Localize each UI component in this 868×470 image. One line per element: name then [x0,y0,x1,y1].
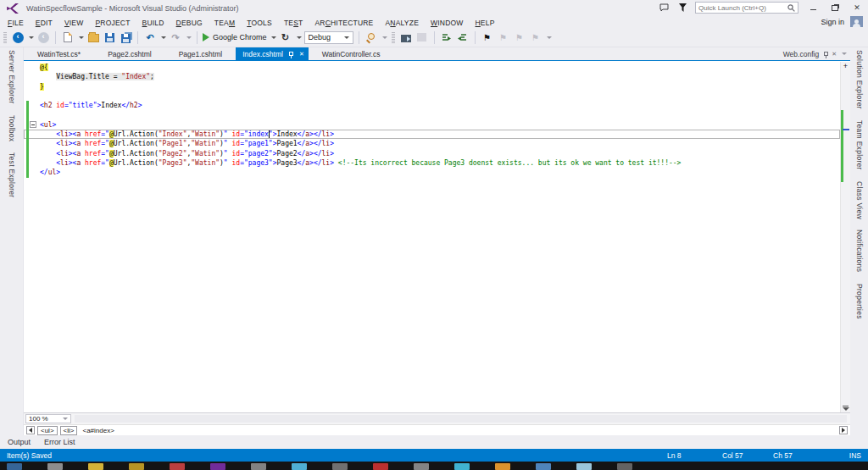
taskbar-app-icon[interactable] [373,463,388,470]
scrollbar-options-icon[interactable] [843,406,849,411]
new-file-button[interactable] [61,30,75,45]
tool-tab-notifications[interactable]: Notifications [855,229,864,272]
split-editor-icon[interactable] [841,62,850,70]
browser-refresh-button[interactable]: ↻ [279,30,292,45]
tool-tab-class-view[interactable]: Class View [855,181,864,219]
taskbar-app-icon[interactable] [414,463,429,470]
minimize-button[interactable] [805,2,821,14]
windows-taskbar[interactable] [0,462,868,470]
menu-item-analyze[interactable]: ANALYZE [379,19,425,27]
bookmark-previous-button[interactable]: ⚑ [497,30,510,45]
uncomment-button[interactable] [456,30,470,45]
menu-item-project[interactable]: PROJECT [89,19,136,27]
pin-icon[interactable] [287,50,295,58]
taskbar-app-icon[interactable] [129,463,144,470]
toolbar-overflow-icon[interactable] [547,36,552,39]
toolbar-grip[interactable] [3,31,7,43]
close-icon[interactable]: ✕ [832,50,837,58]
navigate-forward-button[interactable] [36,30,50,45]
code-line-11[interactable]: <li><a href="@Url.Action("Page3","Watin"… [24,158,840,168]
taskbar-app-icon[interactable] [170,463,185,470]
navigate-backward-caret-icon[interactable] [29,36,34,39]
tool-tab-solution-explorer[interactable]: Solution Explorer [855,50,864,109]
taskbar-app-icon[interactable] [454,463,470,470]
close-button[interactable] [849,2,865,14]
vertical-scrollbar[interactable] [840,62,850,412]
menu-item-test[interactable]: TEST [278,19,309,27]
user-avatar[interactable] [850,16,863,27]
breadcrumb-chip[interactable]: <li> [60,426,78,435]
start-debug-button[interactable]: Google Chrome [203,30,276,45]
code-editor[interactable]: @{ ViewBag.Title = "Index";}<h2 id="titl… [24,60,850,412]
tab-index[interactable]: Index.cshtml✕ [236,47,309,60]
code-line-1[interactable]: @{ [24,63,840,72]
new-file-caret-icon[interactable] [79,36,84,39]
pin-icon[interactable] [824,52,828,56]
taskbar-app-icon[interactable] [251,463,266,470]
tab-webconfig[interactable]: Web.config [782,50,821,58]
tool-tab-properties[interactable]: Properties [855,284,864,319]
pending-changes-button[interactable] [415,30,429,45]
quick-launch-box[interactable] [695,2,798,14]
tag-navigator-right-icon[interactable] [839,426,848,434]
tool-tab-toolbox[interactable]: Toolbox [8,115,16,141]
configuration-dropdown[interactable]: Debug [304,31,353,44]
code-line-4[interactable] [24,91,840,101]
notifications-flag-icon[interactable] [676,3,688,13]
bookmark-clear-button[interactable]: ⚑ [529,30,542,45]
run-target-label[interactable]: Google Chrome [213,33,267,41]
refresh-caret-icon[interactable] [297,36,302,39]
code-line-6[interactable] [24,110,840,119]
toolbar-overflow-icon[interactable] [382,36,387,39]
menu-item-architecture[interactable]: ARCHITECTURE [309,19,379,27]
quick-launch-input[interactable] [698,4,787,12]
open-file-button[interactable] [86,30,100,45]
zoom-level-dropdown[interactable]: 100 % [25,414,71,423]
menu-item-tools[interactable]: TOOLS [241,19,278,27]
taskbar-app-icon[interactable] [88,463,103,470]
undo-caret-icon[interactable] [161,36,166,39]
tab-watintest[interactable]: WatinTest.cs* [24,47,94,60]
tool-tab-test-explorer[interactable]: Test Explorer [8,152,16,198]
undo-button[interactable]: ↶ [143,30,157,45]
code-line-9[interactable]: <li><a href="@Url.Action("Page1","Watin"… [24,139,840,148]
code-line-8[interactable]: <li><a href="@Url.Action("Index","Watin"… [24,130,840,139]
collapse-region-icon[interactable] [30,121,36,128]
taskbar-app-icon[interactable] [576,463,592,470]
navigate-to-button[interactable] [399,30,413,45]
toolbar-grip[interactable] [392,31,395,43]
taskbar-app-icon[interactable] [332,463,348,470]
menu-item-edit[interactable]: EDIT [30,19,58,27]
tag-navigator-left-icon[interactable] [26,426,35,434]
menu-item-file[interactable]: FILE [2,19,30,27]
panel-tab-error-list[interactable]: Error List [44,438,75,446]
taskbar-app-icon[interactable] [536,463,551,470]
taskbar-app-icon[interactable] [7,463,22,470]
redo-caret-icon[interactable] [186,36,192,39]
navigate-backward-button[interactable] [11,30,25,45]
code-line-5[interactable]: <h2 id="title">Index</h2> [24,101,840,110]
breadcrumb-current[interactable]: <a#index> [82,427,114,434]
tab-page1[interactable]: Page1.cshtml [165,47,236,60]
horizontal-scrollbar[interactable] [75,415,847,423]
code-line-3[interactable]: } [24,82,840,91]
taskbar-app-icon[interactable] [292,463,307,470]
bookmark-toggle-button[interactable]: ⚑ [481,30,494,45]
taskbar-app-icon[interactable] [495,463,510,470]
find-in-files-button[interactable] [364,30,378,45]
menu-item-window[interactable]: WINDOW [425,19,470,27]
code-line-7[interactable]: <ul> [24,120,840,130]
taskbar-app-icon[interactable] [47,463,63,470]
run-target-caret-icon[interactable] [271,36,276,39]
bookmark-next-button[interactable]: ⚑ [513,30,526,45]
feedback-icon[interactable] [658,3,670,13]
redo-button[interactable]: ↷ [169,30,182,45]
tool-tab-server-explorer[interactable]: Server Explorer [8,50,16,104]
menu-item-view[interactable]: VIEW [58,19,90,27]
taskbar-app-icon[interactable] [617,463,632,470]
tool-tab-team-explorer[interactable]: Team Explorer [855,120,864,170]
save-all-button[interactable] [119,30,132,45]
code-line-12[interactable]: </ul> [24,168,840,177]
taskbar-app-icon[interactable] [210,463,225,470]
menu-item-build[interactable]: BUILD [136,19,170,27]
